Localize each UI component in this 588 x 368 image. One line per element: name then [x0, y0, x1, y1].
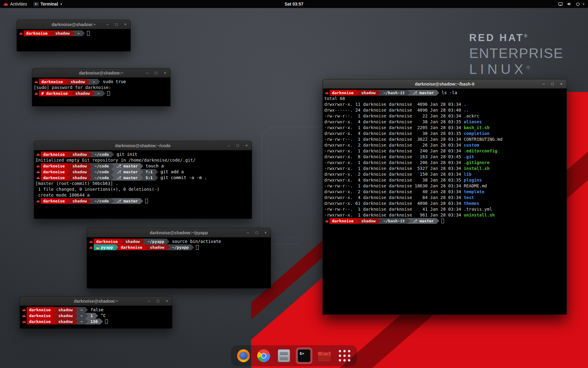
powerline-separator-icon [145, 244, 148, 250]
window-titlebar[interactable]: darknoise@shadow:~/code–□× [34, 141, 252, 150]
terminal-window[interactable]: darknoise@shadow:~/pyapp–□×darknoiseshad… [87, 228, 271, 289]
output-text: drwxrwxr-x. 4 darknoise darknoise 38 Jan… [324, 131, 464, 136]
branch-icon: ⎇ [116, 175, 123, 181]
powerline-separator-icon [89, 198, 92, 204]
close-button[interactable]: × [123, 22, 127, 27]
power-icon [576, 2, 580, 6]
terminal-body[interactable]: darknoiseshadow~/bash-it⎇ master ls -lat… [323, 89, 567, 225]
window-titlebar[interactable]: darknoise@shadow:~/pyapp–□× [87, 228, 271, 237]
minimize-button[interactable]: – [147, 299, 151, 303]
window-title: darknoise@shadow:~ [79, 71, 123, 75]
app-menu-button[interactable]: $> Terminal ▾ [30, 0, 65, 8]
clock[interactable]: Sat 03:57 [285, 2, 303, 6]
dock-item-firefox[interactable] [235, 347, 252, 364]
output-text: .travis.yml [464, 206, 492, 212]
powerline-separator-icon [89, 175, 92, 181]
command-text: false [88, 307, 104, 313]
terminal-line: drwxrwxr-x. 4 darknoise darknoise 38 Jan… [324, 177, 565, 183]
activities-button[interactable]: Activities [0, 0, 30, 8]
terminal-body[interactable]: darknoiseshadow~ sudo true[sudo] passwor… [32, 78, 170, 98]
maximize-button[interactable]: □ [254, 230, 259, 235]
window-titlebar[interactable]: darknoise@shadow:~–□× [17, 20, 130, 29]
close-button[interactable]: × [165, 299, 169, 303]
path-segment: ~ [78, 307, 85, 313]
directory-name: themes [464, 201, 479, 206]
chevron-down-icon: ▾ [61, 2, 62, 6]
output-text: [master (root-commit) 50bcb63] . [36, 181, 118, 186]
redhat-prompt-icon [21, 307, 27, 313]
user-segment: darknoise [24, 30, 50, 36]
minimize-button[interactable]: – [227, 143, 231, 148]
terminal-line: drwxrwxr-x. 2 darknoise darknoise 26 Jan… [324, 142, 565, 148]
output-text: drwxrwxr-x. 11 darknoise darknoise 4096 … [324, 102, 464, 107]
close-button[interactable]: × [244, 143, 249, 148]
user-segment: darknoise [118, 244, 145, 250]
window-title: darknoise@shadow:~/pyapp [150, 230, 208, 235]
path-segment: ~/pyapp [170, 244, 191, 250]
terminal-window[interactable]: darknoise@shadow:~–□×darknoiseshadow~ su… [32, 68, 171, 106]
powerline-separator-icon [111, 175, 114, 181]
maximize-button[interactable]: □ [550, 82, 555, 86]
close-button[interactable]: × [559, 82, 564, 86]
minimize-button[interactable]: – [246, 230, 250, 235]
output-text: -rw-rw-r--. 1 darknoise darknoise 22 Jan… [324, 113, 464, 119]
terminal-icon: $> [298, 349, 311, 362]
terminal-window[interactable]: darknoise@shadow:~/code–□×darknoiseshado… [34, 141, 252, 219]
redhat-prompt-icon [324, 90, 330, 96]
terminal-window[interactable]: darknoise@shadow:~–□×darknoiseshadow~ fa… [20, 296, 172, 329]
powerline-separator-icon [97, 79, 100, 85]
redhat-prompt-icon [36, 169, 41, 175]
host-segment: shadow [70, 175, 89, 181]
terminal-line: darknoiseshadow~/code⎇ masterS:1 git com… [36, 175, 250, 181]
terminal-line: [sudo] password for darknoise: [34, 85, 169, 90]
command-text: sudo true [100, 79, 126, 85]
path-segment: ~/code [92, 175, 111, 181]
terminal-body[interactable]: darknoiseshadow~/code git initInitialize… [34, 150, 252, 205]
branch-icon: ⎇ [116, 163, 123, 169]
windows-layer: darknoise@shadow:~–□×darknoiseshadow~dar… [0, 0, 588, 368]
directory-name: .git [464, 154, 474, 160]
terminal-body[interactable]: darknoiseshadow~ [17, 29, 130, 37]
maximize-button[interactable]: □ [156, 299, 160, 303]
host-segment: shadow [359, 218, 378, 224]
dock-item-toolbox[interactable] [316, 347, 333, 364]
window-titlebar[interactable]: darknoise@shadow:~/bash-it–□× [323, 79, 567, 89]
terminal-window[interactable]: darknoise@shadow:~–□×darknoiseshadow~ [17, 20, 131, 52]
close-button[interactable]: × [263, 230, 268, 235]
terminal-body[interactable]: darknoiseshadow~/pyapp source bin/activa… [87, 237, 271, 251]
powerline-separator-icon [70, 90, 73, 96]
powerline-separator-icon [85, 313, 88, 319]
git-branch-segment: ⎇ master [114, 169, 140, 175]
close-button[interactable]: × [163, 71, 167, 75]
powerline-separator-icon [53, 313, 56, 319]
output-text: -rw-rw-r--. 1 darknoise darknoise 3622 J… [324, 136, 464, 142]
terminal-body[interactable]: darknoiseshadow~ falsedarknoiseshadow~1 … [20, 306, 172, 326]
powerline-separator-icon [167, 239, 169, 244]
powerline-separator-icon [140, 169, 143, 175]
minimize-button[interactable]: – [105, 22, 110, 27]
powerline-separator-icon [356, 90, 359, 96]
dock-item-chrome[interactable] [255, 347, 272, 364]
maximize-button[interactable]: □ [154, 71, 158, 75]
system-status-area[interactable]: ▾ [558, 0, 588, 8]
host-segment: shadow [56, 313, 75, 319]
dock-item-files[interactable] [276, 347, 292, 364]
window-titlebar[interactable]: darknoise@shadow:~–□× [20, 297, 172, 306]
dock-item-terminal[interactable]: $> [296, 347, 312, 364]
powerline-separator-icon [436, 218, 439, 224]
dock-item-app-grid[interactable] [336, 347, 353, 364]
terminal-cursor [87, 31, 90, 36]
executable-name: uninstall.sh [464, 212, 495, 218]
maximize-button[interactable]: □ [236, 143, 240, 148]
terminal-line: -rw-rw-r--. 1 darknoise darknoise 18630 … [324, 183, 565, 189]
directory-name: .. [464, 107, 469, 113]
maximize-button[interactable]: □ [114, 22, 119, 27]
git-status-segment: ?:1 [143, 169, 155, 175]
host-segment: shadow [56, 319, 75, 324]
terminal-window[interactable]: darknoise@shadow:~/bash-it–□×darknoisesh… [322, 79, 567, 315]
minimize-button[interactable]: – [145, 71, 149, 75]
minimize-button[interactable]: – [541, 82, 546, 86]
window-titlebar[interactable]: darknoise@shadow:~–□× [32, 68, 170, 78]
branch-icon: ⎇ [413, 90, 420, 96]
directory-name: test [464, 195, 474, 201]
